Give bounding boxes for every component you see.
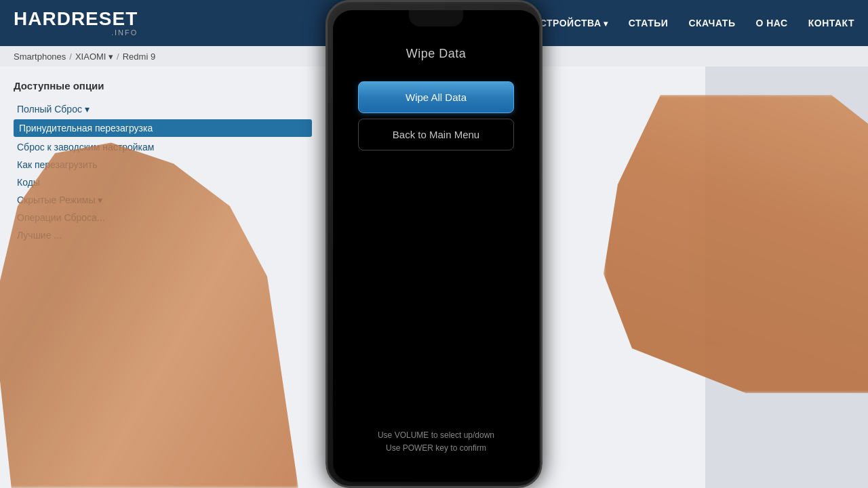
sidebar-title: Доступные опции — [14, 80, 312, 92]
wipe-all-data-button[interactable]: Wipe All Data — [358, 81, 514, 113]
sidebar-item-sbros-zavodskim[interactable]: Сброс к заводским настройкам — [14, 140, 312, 155]
sidebar-panel: Доступные опции Полный Сброс Принудитель… — [0, 66, 326, 488]
sidebar-item-skrytye[interactable]: Скрытые Режимы — [14, 192, 312, 207]
nav-item-skachat[interactable]: СКАЧАТЬ — [688, 18, 735, 28]
breadcrumb-xiaomi[interactable]: XIAOMI ▾ — [75, 52, 113, 62]
sidebar-item-kak-perezagruzit[interactable]: Как перезагрузить — [14, 157, 312, 172]
site-logo[interactable]: HARDRESET .INFO — [14, 9, 138, 37]
phone-screen: Wipe Data Wipe All Data Back to Main Men… — [333, 10, 539, 482]
sidebar-item-prinuditelnaya[interactable]: Принудительная перезагрузка — [14, 119, 312, 137]
nav-item-stati[interactable]: СТАТЬИ — [629, 18, 669, 28]
phone-notch — [409, 10, 463, 26]
sidebar-item-luchshie[interactable]: Лучшие ... — [14, 228, 312, 243]
nav-item-kontakt[interactable]: КОНТАКТ — [808, 18, 854, 28]
recovery-screen-title: Wipe Data — [406, 47, 467, 61]
logo-sub-text: .INFO — [14, 28, 138, 37]
sidebar-item-kody[interactable]: Коды — [14, 175, 312, 190]
phone-wrapper: Wipe Data Wipe All Data Back to Main Men… — [326, 0, 542, 488]
nav-item-ustroistva[interactable]: УСТРОЙСТВА — [534, 18, 608, 28]
logo-main-text: HARDRESET — [14, 9, 138, 28]
instruction-line2: Use POWER key to confirm — [378, 442, 494, 455]
nav-item-onas[interactable]: О НАС — [755, 18, 787, 28]
back-to-main-menu-button[interactable]: Back to Main Menu — [358, 119, 514, 150]
nav-bar: УСТРОЙСТВА СТАТЬИ СКАЧАТЬ О НАС КОНТАКТ — [534, 18, 854, 28]
sidebar-item-polny-sbros[interactable]: Полный Сброс — [14, 102, 312, 117]
breadcrumb-smartphones[interactable]: Smartphones — [14, 52, 66, 62]
instruction-line1: Use VOLUME to select up/down — [378, 429, 494, 442]
sidebar-menu: Полный Сброс Принудительная перезагрузка… — [14, 102, 312, 243]
breadcrumb-sep1: / — [69, 52, 72, 62]
breadcrumb-redmi9[interactable]: Redmi 9 — [123, 52, 155, 62]
recovery-instructions: Use VOLUME to select up/down Use POWER k… — [364, 429, 508, 455]
phone-body: Wipe Data Wipe All Data Back to Main Men… — [326, 0, 542, 488]
sidebar-item-operacii[interactable]: Операции Сброса... — [14, 210, 312, 225]
breadcrumb-sep2: / — [117, 52, 119, 62]
